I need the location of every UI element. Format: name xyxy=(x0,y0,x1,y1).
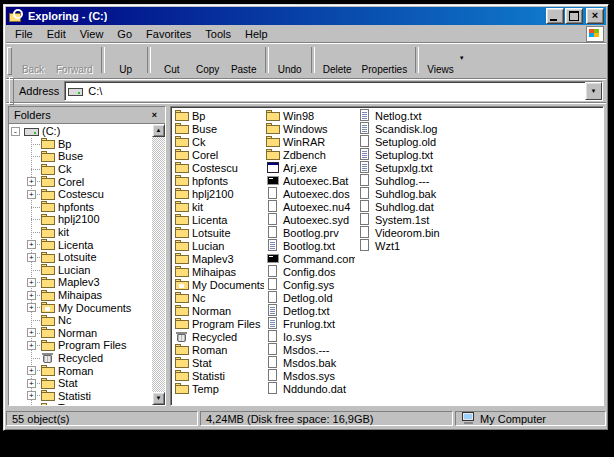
file-item[interactable]: Bootlog.txt xyxy=(265,239,355,252)
toolbar-button[interactable]: Properties xyxy=(357,45,413,78)
file-item[interactable]: Autoexec.syd xyxy=(265,213,355,226)
file-item[interactable]: Netlog.txt xyxy=(357,109,447,122)
expand-toggle-icon[interactable]: + xyxy=(27,278,36,287)
toolbar-button[interactable]: Up xyxy=(108,45,144,78)
file-item[interactable]: kit xyxy=(174,200,264,213)
tree-item[interactable]: + Corel xyxy=(9,175,152,188)
tree-item[interactable]: + Program Files xyxy=(9,339,152,352)
file-item[interactable]: Corel xyxy=(174,148,264,161)
menu-item[interactable]: Tools xyxy=(198,27,238,41)
dropdown-arrow-icon[interactable]: ▼ xyxy=(459,55,465,61)
tree-item[interactable]: + My Documents xyxy=(9,301,152,314)
file-item[interactable]: Scandisk.log xyxy=(357,122,447,135)
expand-toggle-icon[interactable]: + xyxy=(27,190,36,199)
title-bar[interactable]: Exploring - (C:) × xyxy=(6,7,606,25)
file-item[interactable]: Detlog.txt xyxy=(265,304,355,317)
file-item[interactable]: Autoexec.nu4 xyxy=(265,200,355,213)
file-item[interactable]: Norman xyxy=(174,304,264,317)
tree-item[interactable]: + Stat xyxy=(9,377,152,390)
file-item[interactable]: Setuplog.old xyxy=(357,135,447,148)
file-item[interactable]: Setuplog.txt xyxy=(357,148,447,161)
file-item[interactable]: Suhdlog.bak xyxy=(357,187,447,200)
toolbar-button[interactable]: Undo xyxy=(272,45,308,78)
file-item[interactable]: Maplev3 xyxy=(174,252,264,265)
file-item[interactable]: Msdos.sys xyxy=(265,369,355,382)
file-item[interactable]: Temp xyxy=(174,382,264,395)
tree-item[interactable]: + Maplev3 xyxy=(9,276,152,289)
expand-toggle-icon[interactable]: + xyxy=(27,240,36,249)
file-item[interactable]: Windows xyxy=(265,122,355,135)
file-item[interactable]: Arj.exe xyxy=(265,161,355,174)
tree-item[interactable]: + Mihaipas xyxy=(9,289,152,302)
expand-toggle-icon[interactable]: + xyxy=(27,303,36,312)
toolbar-button[interactable]: Delete xyxy=(318,45,357,78)
menu-item[interactable]: Help xyxy=(238,27,275,41)
expand-toggle-icon[interactable]: + xyxy=(27,379,36,388)
file-item[interactable]: Stat xyxy=(174,356,264,369)
folders-close-button[interactable]: × xyxy=(146,108,163,123)
file-item[interactable]: Program Files xyxy=(174,317,264,330)
file-item[interactable]: Autoexec.dos xyxy=(265,187,355,200)
file-item[interactable]: Nddundo.dat xyxy=(265,382,355,395)
toolbar-button[interactable]: Paste xyxy=(226,45,262,78)
minimize-button[interactable] xyxy=(546,8,564,24)
expand-toggle-icon[interactable]: + xyxy=(27,391,36,400)
expand-toggle-icon[interactable]: - xyxy=(11,127,20,136)
file-item[interactable]: Detlog.old xyxy=(265,291,355,304)
file-item[interactable]: Config.sys xyxy=(265,278,355,291)
addressbar-grip[interactable] xyxy=(9,77,14,105)
file-item[interactable]: Videorom.bin xyxy=(357,226,447,239)
menu-item[interactable]: Edit xyxy=(40,27,73,41)
tree-scrollbar[interactable]: ▲ ▼ xyxy=(152,124,165,405)
file-item[interactable]: Io.sys xyxy=(265,330,355,343)
toolbar-button[interactable]: Forward xyxy=(51,45,98,78)
file-item[interactable]: Wzt1 xyxy=(357,239,447,252)
file-item[interactable]: Costescu xyxy=(174,161,264,174)
file-item[interactable]: Bp xyxy=(174,109,264,122)
file-item[interactable]: Roman xyxy=(174,343,264,356)
file-item[interactable]: Mihaipas xyxy=(174,265,264,278)
expand-toggle-icon[interactable]: + xyxy=(27,177,36,186)
file-item[interactable]: Recycled xyxy=(174,330,264,343)
file-item[interactable]: Lucian xyxy=(174,239,264,252)
file-item[interactable]: Autoexec.Bat xyxy=(265,174,355,187)
menu-item[interactable]: Favorites xyxy=(139,27,198,41)
expand-toggle-icon[interactable]: + xyxy=(27,291,36,300)
expand-toggle-icon[interactable]: + xyxy=(27,253,36,262)
toolbar-button[interactable]: Cut xyxy=(154,45,190,78)
close-button[interactable]: × xyxy=(586,8,604,24)
menu-item[interactable]: Go xyxy=(110,27,139,41)
toolbar-button[interactable]: Views ▼ xyxy=(422,45,468,78)
file-item[interactable]: Nc xyxy=(174,291,264,304)
file-item[interactable]: Buse xyxy=(174,122,264,135)
file-item[interactable]: Licenta xyxy=(174,213,264,226)
file-item[interactable]: Config.dos xyxy=(265,265,355,278)
file-item[interactable]: Msdos.--- xyxy=(265,343,355,356)
file-item[interactable]: Ck xyxy=(174,135,264,148)
file-item[interactable]: hplj2100 xyxy=(174,187,264,200)
file-item[interactable]: Zdbench xyxy=(265,148,355,161)
tree-item[interactable]: + Norman xyxy=(9,327,152,340)
tree-item[interactable]: + Roman xyxy=(9,364,152,377)
file-item[interactable]: Frunlog.txt xyxy=(265,317,355,330)
maximize-button[interactable] xyxy=(565,8,583,24)
address-input[interactable]: C:\ ▼ xyxy=(64,81,603,101)
file-item[interactable]: Lotsuite xyxy=(174,226,264,239)
file-item[interactable]: System.1st xyxy=(357,213,447,226)
tree-item[interactable]: + Costescu xyxy=(9,188,152,201)
file-item[interactable]: Win98 xyxy=(265,109,355,122)
file-item[interactable]: Suhdlog.dat xyxy=(357,200,447,213)
expand-toggle-icon[interactable]: + xyxy=(27,328,36,337)
tree-item[interactable]: + Statisti xyxy=(9,389,152,402)
scroll-down-button[interactable]: ▼ xyxy=(152,392,165,405)
file-item[interactable]: WinRAR xyxy=(265,135,355,148)
file-item[interactable]: Statisti xyxy=(174,369,264,382)
tree-item[interactable]: + Lotsuite xyxy=(9,251,152,264)
file-item[interactable]: My Documents xyxy=(174,278,264,291)
file-item[interactable]: Msdos.bak xyxy=(265,356,355,369)
file-item[interactable]: Setupxlg.txt xyxy=(357,161,447,174)
tree-item[interactable]: + Licenta xyxy=(9,238,152,251)
tree-item[interactable]: - (C:) xyxy=(9,125,152,138)
toolbar-button[interactable]: Back xyxy=(15,45,51,78)
file-item[interactable]: Bootlog.prv xyxy=(265,226,355,239)
